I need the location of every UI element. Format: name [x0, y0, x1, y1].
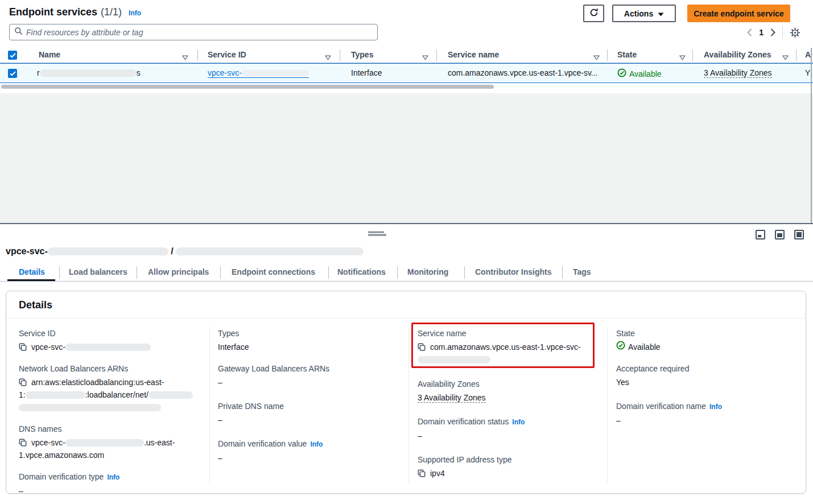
search-input[interactable]: [26, 28, 373, 37]
col-header-acceptance-truncated[interactable]: A: [805, 50, 811, 59]
tab-contributor-insights[interactable]: Contributor Insights: [475, 267, 552, 276]
field-dns-names: DNS names vpce-svc-.us-east- 1.vpce.amaz…: [19, 423, 204, 461]
field-value: :loadbalancer/net/: [85, 390, 148, 399]
cell-availability-zones: 3 Availability Zones: [704, 68, 772, 77]
redacted-text: [242, 69, 309, 77]
field-value: –: [218, 452, 403, 464]
state-text: Available: [628, 341, 661, 353]
field-label: Private DNS name: [218, 400, 403, 412]
field-value: Interface: [218, 341, 403, 353]
split-panel-size-controls: [756, 230, 804, 239]
availability-zones-popover[interactable]: 3 Availability Zones: [704, 68, 772, 78]
copy-icon[interactable]: [19, 378, 27, 386]
field-value: –: [218, 414, 403, 426]
split-panel-drag-handle[interactable]: [368, 232, 386, 236]
header-info-link[interactable]: Info: [129, 9, 141, 17]
sort-icon-types[interactable]: [422, 52, 428, 63]
row-checkbox[interactable]: [8, 69, 17, 78]
col-header-state[interactable]: State: [617, 50, 637, 59]
sort-icon-name[interactable]: [182, 52, 188, 63]
previous-page-icon[interactable]: [747, 28, 752, 36]
horizontal-scrollbar-thumb[interactable]: [1, 85, 494, 89]
refresh-icon: [589, 8, 599, 19]
info-link[interactable]: Info: [512, 418, 525, 426]
field-value: ipv4: [430, 469, 445, 478]
info-link[interactable]: Info: [107, 473, 119, 481]
actions-button[interactable]: Actions: [612, 5, 676, 22]
field-availability-zones: Availability Zones 3 Availability Zones: [418, 378, 594, 404]
field-nlb-arns: Network Load Balancers ARNs arn:aws:elas…: [19, 363, 204, 414]
tab-allow-principals[interactable]: Allow principals: [148, 267, 209, 276]
redacted-text: [148, 391, 193, 399]
next-page-icon[interactable]: [770, 28, 775, 36]
resource-count: (1/1): [101, 6, 122, 18]
table-row[interactable]: rs vpce-svc- Interface com.amazonaws.vpc…: [0, 63, 813, 83]
availability-zones-popover[interactable]: 3 Availability Zones: [418, 393, 486, 403]
tab-tags[interactable]: Tags: [573, 267, 591, 276]
panel-size-large-icon[interactable]: [794, 230, 804, 239]
redacted-text: [418, 356, 490, 363]
cell-service-name: com.amazonaws.vpce.us-east-1.vpce-sv...: [448, 68, 598, 77]
tab-monitoring[interactable]: Monitoring: [407, 267, 448, 276]
col-header-service-name[interactable]: Service name: [448, 50, 499, 59]
panel-size-small-icon[interactable]: [756, 230, 765, 239]
vertical-scrollbar-track[interactable]: [811, 48, 812, 223]
sort-icon-state[interactable]: [679, 52, 686, 63]
field-value: –: [218, 376, 403, 389]
field-state: State Available: [616, 328, 801, 353]
redacted-text: [26, 391, 85, 399]
col-header-availability-zones[interactable]: Availability Zones: [704, 50, 771, 59]
check-circle-icon: [616, 341, 625, 353]
current-page-number[interactable]: 1: [759, 28, 764, 37]
field-service-name: Service name com.amazonaws.vpce.us-east-…: [418, 328, 594, 366]
col-header-types[interactable]: Types: [351, 50, 373, 59]
field-glb-arns: Gateway Load Balancers ARNs –: [218, 363, 403, 389]
field-label: DNS names: [19, 423, 204, 435]
info-link[interactable]: Info: [709, 403, 722, 411]
col-header-service-id[interactable]: Service ID: [208, 50, 246, 59]
pager-divider: [782, 26, 783, 39]
search-box: [9, 24, 378, 40]
search-icon: [14, 27, 23, 38]
field-value: .us-east-: [144, 438, 175, 447]
cell-acceptance-truncated: Y: [805, 68, 810, 77]
tab-divider: [464, 266, 465, 279]
field-value: Yes: [616, 376, 801, 389]
details-column-4: State Available Acceptance required Yes …: [616, 328, 801, 436]
tab-notifications[interactable]: Notifications: [337, 267, 386, 276]
table-settings-gear-icon[interactable]: [790, 27, 800, 38]
field-value: arn:aws:elasticloadbalancing:us-east-: [31, 378, 164, 387]
details-card: Details Service ID vpce-svc- Network Loa…: [6, 291, 806, 494]
tab-endpoint-connections[interactable]: Endpoint connections: [232, 267, 315, 276]
copy-icon[interactable]: [19, 439, 27, 447]
field-value: 1:: [19, 390, 26, 399]
service-id-link[interactable]: vpce-svc-: [208, 68, 309, 78]
panel-size-medium-icon[interactable]: [775, 230, 785, 239]
column-divider: [607, 327, 608, 482]
refresh-button[interactable]: [583, 5, 604, 22]
sort-icon-availability-zones[interactable]: [782, 52, 789, 63]
field-domain-verification-type: Domain verification typeInfo –: [19, 471, 204, 497]
field-label: State: [616, 328, 801, 339]
sort-icon-service-name[interactable]: [593, 52, 600, 63]
sort-icon-service-id[interactable]: [325, 52, 331, 63]
info-link[interactable]: Info: [310, 440, 323, 448]
cell-name: rs: [37, 68, 141, 77]
field-label: Availability Zones: [418, 378, 594, 390]
copy-icon[interactable]: [19, 343, 27, 351]
create-endpoint-service-button[interactable]: Create endpoint service: [687, 5, 790, 22]
tab-divider: [137, 266, 137, 279]
column-divider: [209, 327, 210, 482]
field-private-dns: Private DNS name –: [218, 400, 403, 426]
tab-load-balancers[interactable]: Load balancers: [69, 267, 127, 276]
field-label: Supported IP address type: [418, 454, 594, 465]
details-card-title: Details: [6, 291, 806, 319]
copy-icon[interactable]: [418, 469, 426, 477]
field-supported-ip: Supported IP address type ipv4: [418, 454, 594, 480]
tab-divider: [562, 266, 563, 279]
tab-details[interactable]: Details: [19, 267, 45, 276]
copy-icon[interactable]: [418, 343, 426, 351]
field-label: Domain verification status: [418, 417, 509, 426]
col-header-name[interactable]: Name: [39, 50, 60, 59]
select-all-checkbox[interactable]: [8, 51, 17, 60]
